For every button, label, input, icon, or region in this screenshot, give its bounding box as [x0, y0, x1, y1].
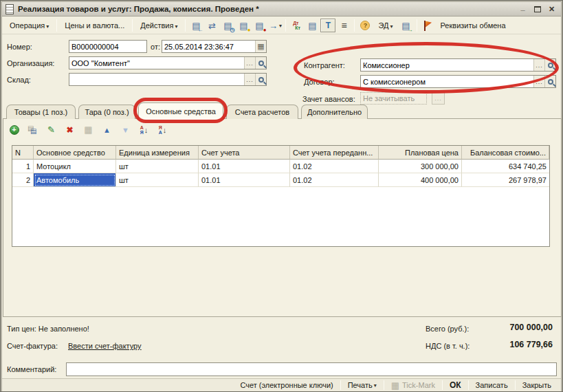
asset-cell[interactable]: Мотоцикл [34, 160, 116, 173]
edit-row-button[interactable]: ✎ [45, 124, 57, 135]
column-header-planned-price: Плановая цена [379, 146, 462, 160]
copy-row-button[interactable]: ▤▤ [27, 124, 38, 135]
unit-cell[interactable]: шт [116, 160, 199, 173]
warehouse-select-button[interactable]: ... [244, 74, 255, 85]
move-row-up-button[interactable]: ▲ [101, 124, 113, 135]
transfer-account-cell[interactable]: 01.02 [290, 160, 379, 173]
price-type-status: Тип цен: Не заполнено! [7, 325, 89, 333]
contract-label: Договор: [304, 78, 335, 86]
exchange-attributes-button[interactable] [420, 19, 435, 32]
contractor-label: Контрагент: [304, 61, 345, 69]
pencil-icon: ✎ [47, 124, 55, 135]
unit-cell[interactable]: шт [116, 173, 199, 187]
account-cell[interactable]: 01.01 [199, 173, 290, 187]
contract-input[interactable] [361, 76, 533, 87]
organization-open-button[interactable] [255, 57, 266, 69]
save-button[interactable]: Записать [470, 380, 514, 390]
column-header-asset: Основное средство [34, 146, 116, 160]
table-settings-button: ▦ [82, 124, 94, 135]
refresh-exchange-button[interactable]: ⇄ [204, 19, 219, 32]
window-title: Реализация товаров и услуг: Продажа, ком… [18, 5, 259, 13]
buttonbar-separator [442, 380, 443, 390]
maximize-button[interactable] [531, 4, 543, 14]
table-toolbar: + ▤▤ ✎ ✖ ▦ ▲ ▼ АЯ↓ ЯА↓ [8, 124, 168, 135]
tab-goods[interactable]: Товары (1 поз.) [6, 105, 76, 119]
contract-open-button[interactable] [544, 76, 555, 87]
operation-menu-button[interactable]: Операция▾ [5, 19, 54, 32]
exchange-attributes-label[interactable]: Реквизиты обмена [436, 19, 511, 32]
coin-icon: ● [247, 27, 251, 33]
transfer-account-cell[interactable]: 01.02 [290, 173, 379, 187]
toolbar-separator [56, 19, 57, 32]
table-row: 1 Мотоцикл шт 01.01 01.02 300 000,00 634… [12, 160, 549, 173]
planned-price-cell[interactable]: 400 000,00 [379, 173, 462, 187]
help-button[interactable]: ? [357, 19, 373, 32]
flag-icon [423, 21, 432, 31]
minimize-button[interactable]: _ [517, 4, 529, 14]
row-number-cell[interactable]: 1 [12, 160, 34, 173]
number-input[interactable] [69, 41, 146, 52]
magnifier-icon [548, 79, 553, 85]
document-report-button[interactable]: ▤ [305, 19, 320, 32]
tab-settlement-accounts[interactable]: Счета расчетов [226, 105, 298, 119]
organization-select-button[interactable]: ... [244, 57, 255, 69]
delete-cross-icon: ✖ [66, 125, 73, 135]
contractor-open-button[interactable] [544, 59, 555, 71]
contractor-select-button[interactable]: ... [533, 59, 544, 71]
close-form-button[interactable]: Закрыть [517, 380, 557, 390]
asset-cell-selected[interactable]: Автомобиль [34, 173, 116, 187]
edo-document-button[interactable]: ▤→ [399, 19, 414, 32]
calendar-button[interactable]: ▦ [255, 41, 266, 52]
preview-document-button[interactable]: ▤◷ [220, 19, 235, 32]
move-row-down-button[interactable]: ▼ [120, 124, 131, 135]
unpost-document-button[interactable]: ▤● [252, 19, 267, 32]
repost-document-button[interactable]: ▤← [188, 19, 203, 32]
book-value-cell[interactable]: 634 740,25 [462, 160, 549, 173]
contract-select-button[interactable]: ... [533, 76, 544, 87]
close-button[interactable]: ✕ [546, 4, 558, 14]
sort-descending-button[interactable]: ЯА↓ [157, 124, 168, 135]
date-input[interactable] [162, 41, 255, 52]
account-cell[interactable]: 01.01 [199, 160, 290, 173]
add-row-button[interactable]: + [8, 124, 20, 135]
tab-fixed-assets[interactable]: Основные средства [138, 102, 223, 120]
book-value-cell[interactable]: 267 978,97 [462, 173, 549, 187]
tab-tare[interactable]: Тара (0 поз.) [78, 105, 135, 119]
row-number-cell[interactable]: 2 [12, 173, 34, 187]
column-header-transfer-account: Счет учета переданн... [290, 146, 379, 160]
timeline-toggle-button[interactable]: Т [320, 19, 335, 32]
organization-input[interactable] [69, 57, 244, 69]
tab-additional[interactable]: Дополнительно [301, 105, 368, 119]
list-settings-button[interactable]: ≡ [336, 19, 351, 32]
contractor-field-group: ... [360, 58, 556, 72]
warehouse-field-group: ... [69, 73, 267, 86]
dt-kt-postings-button[interactable]: ДтКт [289, 19, 304, 32]
delete-row-button[interactable]: ✖ [64, 124, 76, 135]
enter-invoice-link[interactable]: Ввести счет-фактуру [68, 342, 142, 350]
actions-menu-button[interactable]: Действия▾ [135, 19, 182, 32]
dt-kt-icon: ДтКт [293, 21, 300, 30]
print-button[interactable]: Печать▾ [342, 380, 382, 390]
document-window: Реализация товаров и услуг: Продажа, ком… [0, 0, 563, 392]
buttonbar-separator [515, 380, 516, 390]
toolbar-separator [132, 19, 133, 32]
comment-input[interactable] [67, 363, 556, 375]
invoice-electronic-keys-button[interactable]: Счет (электронные ключи) [234, 380, 338, 390]
fixed-assets-table: N Основное средство Единица измерения Сч… [12, 145, 550, 247]
table-header-row: N Основное средство Единица измерения Сч… [12, 146, 549, 160]
prices-currency-button[interactable]: Цены и валюта... [60, 19, 129, 32]
ok-button[interactable]: ОК [444, 380, 467, 391]
contractor-input[interactable] [361, 59, 533, 71]
arrow-up-icon: ▲ [103, 126, 111, 134]
help-icon: ? [360, 21, 370, 30]
post-document-button[interactable]: ▤● [236, 19, 251, 32]
ed-menu-button[interactable]: ЭД▾ [373, 19, 397, 32]
comment-field-group [66, 362, 557, 376]
sort-ascending-button[interactable]: АЯ↓ [138, 124, 150, 135]
planned-price-cell[interactable]: 300 000,00 [379, 160, 462, 173]
warehouse-open-button[interactable] [255, 74, 266, 85]
arrow-left-icon: ← [197, 27, 203, 33]
warehouse-input[interactable] [69, 74, 244, 85]
go-to-button[interactable]: →▾ [267, 19, 283, 32]
magnifier-icon [258, 77, 264, 83]
